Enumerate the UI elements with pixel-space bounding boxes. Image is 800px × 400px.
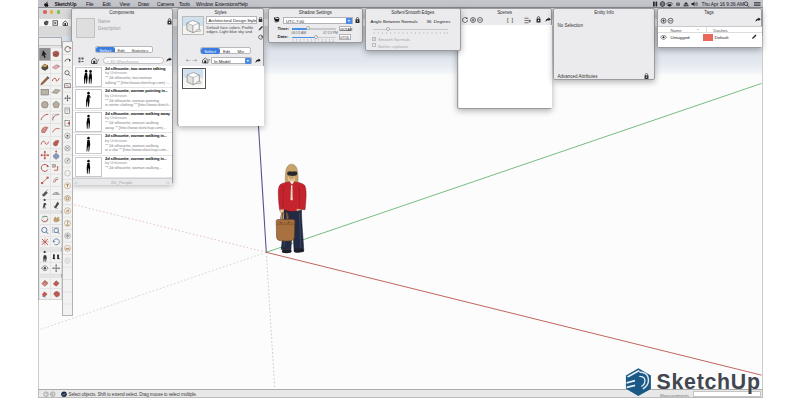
- svg-text:M: M: [307, 40, 309, 42]
- svg-text:D: D: [332, 40, 334, 42]
- svg-text:SketchUp: SketchUp: [657, 370, 761, 394]
- svg-text:N: N: [329, 40, 331, 42]
- svg-text:A: A: [318, 40, 320, 42]
- svg-text:F: F: [296, 40, 297, 42]
- svg-text:O: O: [325, 40, 327, 42]
- svg-text:Thu Apr 16 9:36 AM: Thu Apr 16 9:36 AM: [702, 2, 744, 7]
- svg-text:J: J: [314, 40, 315, 42]
- svg-text:M: M: [299, 40, 301, 42]
- svg-text:J: J: [292, 40, 293, 42]
- svg-text:S: S: [321, 40, 323, 42]
- svg-text:A: A: [303, 40, 305, 42]
- svg-text:J: J: [311, 40, 312, 42]
